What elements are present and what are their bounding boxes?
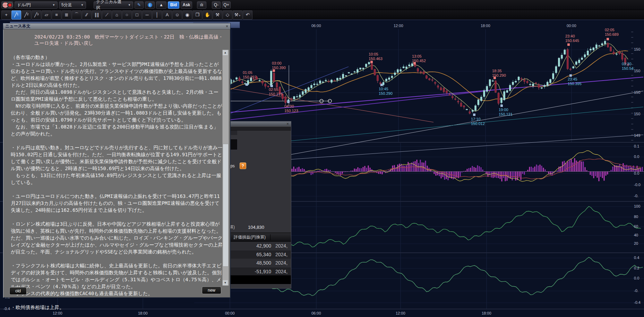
- pl-value: 65,340: [229, 252, 271, 257]
- price-annotation: 03:00150.390: [272, 61, 286, 70]
- mountain-icon: ▲: [159, 2, 163, 7]
- arc-tool[interactable]: ⌒: [72, 10, 81, 19]
- date-value: 2024,: [275, 243, 287, 249]
- price-annotation: 03:30150.54:: [622, 62, 635, 71]
- new-button[interactable]: new: [202, 286, 221, 294]
- wrench-plus-tool[interactable]: ⚒₊: [233, 10, 242, 19]
- price-axis-label: 150: [634, 47, 640, 51]
- eraser-tool[interactable]: ◇: [223, 10, 232, 19]
- hand-tool[interactable]: ✋: [203, 10, 212, 19]
- time-axis-label: 00:00: [225, 311, 235, 315]
- positions-window[interactable]: × ps ? 算) 104,830 評価損益(円換算) 42,9002024,6…: [227, 121, 291, 289]
- wrench-tool[interactable]: ⚒: [213, 10, 222, 19]
- timeframe-select[interactable]: 5分足▼: [59, 1, 86, 9]
- price-annotation: 02:55150.278: [269, 87, 283, 97]
- technical-select-button[interactable]: テクニカル選択▼: [94, 1, 133, 9]
- rectangle-tool[interactable]: □: [132, 10, 142, 19]
- selected-row[interactable]: [229, 275, 291, 284]
- news-window[interactable]: ニュース本文 × 2024/02/23 03:25:00 欧州マーケットダイジェ…: [3, 23, 231, 298]
- price-axis-label: -0.: [634, 194, 638, 198]
- price-axis-label: 80: [634, 215, 638, 219]
- annotation-price: 150.121: [499, 112, 513, 117]
- hlines4-tool[interactable]: ≣: [62, 10, 71, 19]
- vlines-tool[interactable]: ∥∥: [92, 10, 102, 19]
- zoom-out-icon: Q-: [214, 2, 218, 7]
- horizontal-line-tool[interactable]: ─: [142, 10, 152, 19]
- position-row[interactable]: 65,3402024,: [229, 250, 291, 259]
- pair-select-value: ドル/円: [17, 2, 31, 8]
- text-tool[interactable]: A: [162, 10, 172, 19]
- time-axis-label: 18:00: [481, 24, 490, 28]
- price-marker-tool[interactable]: ◉: [182, 10, 192, 19]
- help-icon[interactable]: ?: [240, 162, 246, 169]
- info-icon: i: [148, 3, 152, 7]
- trendline3-tool[interactable]: ╱³: [32, 10, 41, 19]
- annotation-time: 23:40: [565, 34, 579, 39]
- icon-stamp-tool[interactable]: ☺: [172, 10, 182, 19]
- zoom-in-button[interactable]: Q+: [222, 1, 231, 9]
- time-axis-label: 12:00: [53, 311, 62, 315]
- position-row[interactable]: -51,9102024,: [229, 267, 291, 276]
- copy-tool[interactable]: ❐: [192, 10, 202, 19]
- annotation-price: 150.278: [269, 92, 283, 97]
- chart-style-button[interactable]: ▲: [156, 1, 166, 9]
- price-annotation: 04:00150.123: [284, 104, 298, 113]
- bid-toggle-button[interactable]: Bid: [168, 1, 179, 9]
- low-marker-icon: [569, 74, 572, 77]
- annotation-time: 03:00: [272, 61, 286, 66]
- annotation-time: 23:45: [568, 77, 582, 82]
- undo-tool[interactable]: ↶: [243, 10, 252, 19]
- scroll-up-icon[interactable]: ▲: [223, 50, 228, 55]
- price-axis-label: 149: [634, 133, 640, 137]
- annotation-time: 17:10: [471, 117, 485, 122]
- scrollbar-thumb[interactable]: [223, 144, 229, 267]
- scroll-down-icon[interactable]: ▼: [223, 280, 228, 285]
- fan-lines-tool[interactable]: ∕∕: [82, 10, 92, 19]
- price-axis-label: 0.4: [634, 256, 639, 260]
- old-button[interactable]: old: [9, 287, 27, 295]
- price-annotation: 17:10150.012: [471, 117, 485, 126]
- hlines3-tool[interactable]: ≡: [52, 10, 61, 19]
- crosshair-tool[interactable]: +: [1, 10, 11, 19]
- trendline2-tool[interactable]: ╱²: [22, 10, 31, 19]
- pair-select[interactable]: ドル/円▼: [15, 1, 58, 9]
- annotation-time: 01:05: [243, 70, 257, 75]
- total-pl-value: 104,830: [248, 225, 264, 230]
- pl-value: -51,910: [229, 269, 271, 274]
- annotation-price: 150.395: [568, 82, 582, 86]
- positions-table-header[interactable]: 評価損益(円換算): [229, 233, 291, 242]
- price-axis-label: 150: [634, 112, 640, 116]
- news-scrollbar[interactable]: ▲ ▼: [222, 50, 229, 286]
- news-window-titlebar[interactable]: ニュース本文 ×: [3, 23, 230, 30]
- price-annotation: 23:45150.395: [568, 77, 582, 86]
- ruler-tool[interactable]: ▱: [42, 10, 51, 19]
- price-annotation: 02:05150.689: [605, 28, 619, 37]
- positions-toolbar-strip: [227, 127, 291, 131]
- price-axis-label: 0.0: [634, 171, 639, 175]
- position-row[interactable]: 42,9002024,: [229, 242, 291, 250]
- ask-toggle-button[interactable]: Ask: [181, 1, 192, 9]
- high-marker-icon: [273, 69, 275, 72]
- news-close-icon[interactable]: ×: [226, 24, 228, 28]
- draw-pencil-button[interactable]: ✎: [135, 1, 144, 9]
- trendline1-tool[interactable]: ╱¹: [11, 10, 21, 19]
- annotation-price: 150.54:: [622, 66, 635, 71]
- candle-mode-button[interactable]: ılı: [197, 1, 206, 9]
- pentagon-tool[interactable]: ⌂: [112, 10, 122, 19]
- positions-close-icon[interactable]: ×: [286, 122, 289, 126]
- info-button[interactable]: i: [145, 1, 155, 9]
- vertical-line-tool[interactable]: │: [152, 10, 162, 19]
- angle-line-tool[interactable]: ⟋: [102, 10, 112, 19]
- pips-label-fragment: ps: [230, 164, 235, 168]
- drawing-toolbar: +╱¹╱²╱³▱≡≣⌒∕∕∥∥⟋⌂○□─│A☺◉❐✋⚒◇⚒₊↶: [0, 10, 644, 20]
- positions-window-titlebar[interactable]: ×: [227, 122, 291, 127]
- position-row[interactable]: 48,5002024,: [229, 259, 291, 267]
- pl-column-header[interactable]: 評価損益(円換算): [229, 234, 271, 240]
- pl-value: 48,500: [229, 260, 271, 266]
- ellipse-tool[interactable]: ○: [122, 10, 132, 19]
- price-annotation: 23:40150.645: [565, 34, 579, 43]
- positions-tab-fragment[interactable]: [230, 131, 237, 135]
- zoom-out-button[interactable]: Q-: [212, 1, 221, 9]
- price-axis-label: 0.1: [634, 144, 639, 148]
- price-annotation: 01:05150.297: [243, 70, 257, 80]
